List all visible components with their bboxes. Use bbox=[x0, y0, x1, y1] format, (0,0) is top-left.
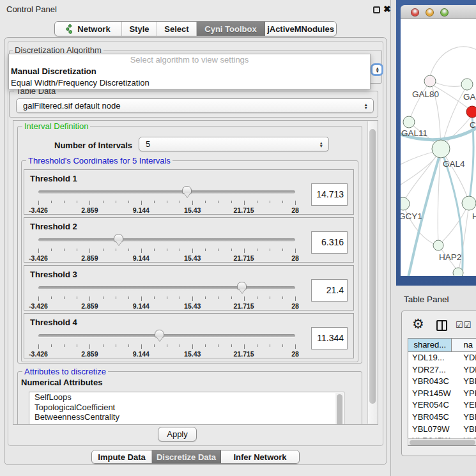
bottom-tab-impute-data[interactable]: Impute Data bbox=[92, 450, 152, 463]
attribute-item[interactable]: BetweennessCentrality bbox=[29, 412, 344, 422]
slider-tick bbox=[180, 344, 180, 347]
checkboxes-icon[interactable]: ☑☑ bbox=[456, 320, 472, 330]
tab-cyni-toolbox[interactable]: Cyni Toolbox bbox=[197, 22, 265, 36]
network-node-ga[interactable] bbox=[461, 79, 473, 90]
tab-jactivemnodules[interactable]: jActiveMNodules bbox=[265, 22, 336, 36]
slider-tick-label: 9.144 bbox=[133, 350, 150, 358]
slider-thumb[interactable] bbox=[237, 282, 247, 289]
tab-style[interactable]: Style bbox=[122, 22, 157, 36]
dropdown-option[interactable]: Equal Width/Frequency Discretization bbox=[9, 77, 370, 89]
slider-tick bbox=[205, 249, 206, 251]
network-canvas[interactable]: GAL80GACGAL11GAL4GCY1HHAP2 bbox=[401, 19, 476, 276]
attribute-item[interactable]: SelfLoops bbox=[29, 392, 344, 403]
network-edge[interactable] bbox=[410, 81, 430, 120]
attribute-item[interactable]: TopologicalCoefficient bbox=[29, 403, 344, 413]
table-row[interactable]: YDL19...YDL1 bbox=[408, 352, 476, 364]
network-node-h[interactable] bbox=[462, 196, 476, 210]
threshold-slider[interactable]: -3.4262.8599.14415.4321.71528 bbox=[38, 185, 295, 213]
threshold-value-field[interactable]: 11.344 bbox=[311, 327, 348, 349]
attributes-listbox[interactable]: SelfLoopsTopologicalCoefficientBetweenne… bbox=[29, 392, 344, 425]
slider-tick bbox=[103, 201, 104, 203]
slider-track[interactable] bbox=[38, 334, 295, 337]
table-data-combobox[interactable]: galFiltered.sif default node ▲▼ bbox=[16, 98, 374, 113]
threshold-value-field[interactable]: 14.713 bbox=[311, 183, 348, 206]
slider-tick bbox=[77, 201, 77, 203]
network-node-c[interactable] bbox=[466, 106, 476, 118]
table-cell: YBL079W bbox=[408, 424, 459, 436]
table-row[interactable]: YBR043CYBR0 bbox=[408, 376, 476, 388]
table-panel-title: Table Panel bbox=[404, 295, 449, 304]
threshold-slider[interactable]: -3.4262.8599.14415.4321.71528 bbox=[38, 233, 295, 261]
gear-icon[interactable]: ⚙ bbox=[412, 316, 424, 332]
network-edge[interactable] bbox=[401, 151, 438, 166]
table-column-header[interactable]: shared... bbox=[408, 339, 452, 351]
slider-tick bbox=[192, 344, 193, 349]
slider-track[interactable] bbox=[38, 286, 295, 289]
network-edge[interactable] bbox=[404, 149, 441, 202]
network-window-titlebar[interactable] bbox=[401, 5, 476, 19]
threshold-label: Threshold 1 bbox=[30, 174, 77, 183]
slider-track[interactable] bbox=[38, 238, 295, 242]
bottom-tab-discretize-data[interactable]: Discretize Data bbox=[152, 450, 221, 463]
table-row[interactable]: YER054CYER0 bbox=[408, 399, 476, 411]
close-icon[interactable]: ✖ bbox=[383, 4, 391, 14]
list-scrollbar[interactable] bbox=[335, 393, 343, 425]
table-cell: YDL19... bbox=[408, 352, 459, 364]
table-row[interactable]: YPR145WYPR1 bbox=[408, 388, 476, 400]
threshold-slider[interactable]: -3.4262.8599.14415.4321.71528 bbox=[38, 329, 295, 357]
tab-label: jActiveMNodules bbox=[267, 24, 334, 34]
slider-tick bbox=[295, 249, 296, 253]
slider-tick-label: -3.426 bbox=[29, 302, 48, 310]
settings-scrollbar[interactable] bbox=[367, 121, 377, 424]
table-row[interactable]: YDR27...YDR2 bbox=[408, 364, 476, 376]
bottom-tab-infer-network[interactable]: Infer Network bbox=[221, 450, 299, 463]
slider-tick bbox=[295, 344, 296, 349]
node-table[interactable]: shared...na YDL19...YDL1YDR27...YDR2YBR0… bbox=[408, 338, 476, 446]
mac-minimize-icon[interactable] bbox=[426, 8, 434, 17]
slider-tick bbox=[141, 296, 142, 301]
stepper-arrows-icon: ▲▼ bbox=[364, 103, 368, 109]
slider-thumb[interactable] bbox=[114, 234, 123, 242]
tab-select[interactable]: Select bbox=[157, 22, 197, 36]
slider-tick-label: 21.715 bbox=[234, 206, 254, 214]
slider-tick bbox=[103, 296, 104, 299]
network-node-label: GAL80 bbox=[412, 89, 439, 99]
threshold-value-field[interactable]: 6.316 bbox=[311, 231, 348, 254]
table-row[interactable]: YBR045CYBR0 bbox=[408, 411, 476, 424]
table-cell: YBR045C bbox=[408, 411, 459, 424]
network-node-hap2[interactable] bbox=[433, 240, 443, 250]
slider-tick bbox=[154, 249, 155, 251]
tab-label: Network bbox=[77, 24, 110, 34]
num-intervals-combobox[interactable]: 5 ▲▼ bbox=[139, 137, 329, 151]
threshold-slider[interactable]: -3.4262.8599.14415.4321.71528 bbox=[38, 281, 295, 309]
slider-tick bbox=[295, 296, 296, 301]
tab-network[interactable]: Network bbox=[55, 22, 122, 36]
slider-thumb[interactable] bbox=[155, 330, 164, 337]
mac-close-icon[interactable] bbox=[411, 8, 419, 17]
network-node-gal80[interactable] bbox=[424, 75, 436, 87]
network-node-gal11[interactable] bbox=[403, 116, 415, 128]
network-view-window[interactable]: GAL80GACGAL11GAL4GCY1HHAP2 bbox=[396, 0, 476, 286]
network-node-gcy1[interactable] bbox=[401, 197, 410, 210]
table-column-header[interactable]: na bbox=[452, 339, 476, 351]
threshold-value-field[interactable]: 21.4 bbox=[311, 279, 348, 302]
threshold-label: Threshold 2 bbox=[30, 222, 77, 231]
network-node-gal4[interactable] bbox=[432, 140, 450, 158]
table-cell: YPR1 bbox=[459, 388, 476, 400]
table-hscrollbar[interactable] bbox=[408, 438, 476, 445]
network-edge[interactable] bbox=[430, 47, 476, 76]
columns-icon[interactable] bbox=[436, 320, 447, 331]
apply-button[interactable]: Apply bbox=[158, 427, 197, 441]
slider-tick-label: 15.43 bbox=[184, 206, 201, 214]
slider-tick bbox=[116, 201, 116, 203]
network-node[interactable] bbox=[453, 268, 463, 276]
table-row[interactable]: YBL079WYBL0 bbox=[408, 424, 476, 436]
dropdown-option[interactable]: Manual Discretization bbox=[9, 66, 370, 77]
slider-track[interactable] bbox=[38, 190, 295, 194]
slider-thumb[interactable] bbox=[182, 186, 192, 194]
mac-zoom-icon[interactable] bbox=[440, 8, 449, 17]
algorithm-combobox-stub[interactable]: ▲▼ bbox=[371, 63, 383, 76]
float-window-icon[interactable] bbox=[373, 6, 380, 13]
slider-tick-label: 28 bbox=[291, 350, 299, 358]
slider-tick bbox=[103, 249, 104, 251]
